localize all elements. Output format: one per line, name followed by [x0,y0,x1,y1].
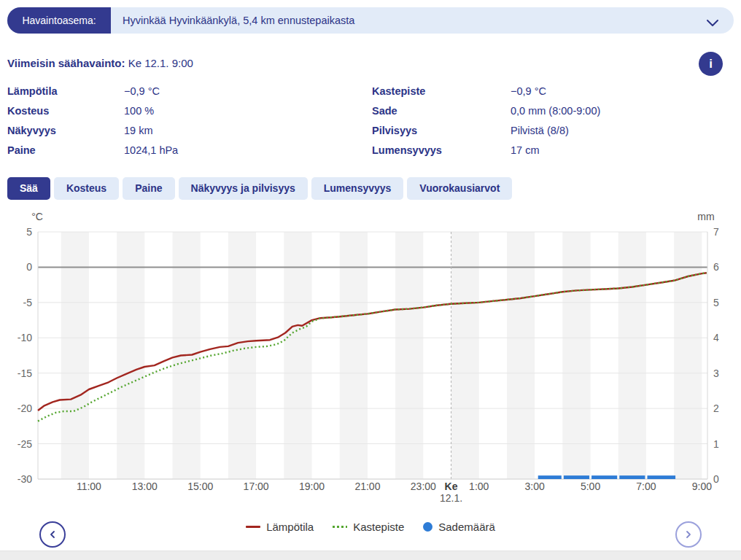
svg-text:5: 5 [26,226,32,238]
legend-item-precipitation[interactable]: Sademäärä [423,521,495,533]
legend-label: Sademäärä [438,521,495,533]
obs-label: Lämpötila [7,82,57,101]
table-row: Näkyvyys 19 km Pilvisyys Pilvistä (8/8) [7,121,734,141]
tab-paine[interactable]: Paine [123,177,174,200]
svg-text:0: 0 [26,261,32,273]
obs-label: Sade [372,101,397,121]
obs-value: Pilvistä (8/8) [511,121,569,141]
chevron-down-icon[interactable] [706,17,719,30]
svg-text:15:00: 15:00 [187,481,213,492]
tab-saa[interactable]: Sää [7,177,50,200]
table-row: Kosteus 100 % Sade 0,0 mm (8:00-9:00) [7,101,734,121]
legend-label: Kastepiste [353,521,404,533]
station-selector-value: Hyvinkää Hyvinkäänkylä, 5,4 km ennustepa… [123,7,354,34]
station-selector-label: Havaintoasema: [7,7,111,34]
svg-text:7: 7 [713,226,719,238]
svg-text:4: 4 [713,332,719,343]
observation-table: Lämpötila −0,9 °C Kastepiste −0,9 °C Kos… [7,82,734,160]
svg-text:1: 1 [713,438,719,450]
latest-observation-time: Ke 12.1. 9:00 [128,57,193,69]
svg-text:5: 5 [713,297,719,308]
weather-chart-svg: °Cmm50-5-10-15-20-25-307654321011:0013:0… [0,209,741,516]
svg-text:6: 6 [713,261,719,273]
page-footer-strip [0,551,741,560]
svg-text:21:00: 21:00 [354,481,380,492]
svg-text:7:00: 7:00 [636,481,656,492]
table-row: Lämpötila −0,9 °C Kastepiste −0,9 °C [7,82,734,101]
svg-text:-20: -20 [18,402,32,414]
obs-label: Kosteus [7,101,49,121]
obs-label: Lumensyvyys [372,141,442,160]
obs-label: Paine [7,141,36,160]
svg-text:Ke: Ke [445,481,458,492]
table-row: Paine 1024,1 hPa Lumensyvyys 17 cm [7,141,734,160]
tab-vuorokausiarvot[interactable]: Vuorokausiarvot [407,177,512,200]
tab-nakyvyys-ja-pilvisyys[interactable]: Näkyvyys ja pilvisyys [179,177,308,200]
tab-lumensyvyys[interactable]: Lumensyvyys [311,177,404,200]
svg-text:0: 0 [713,473,719,485]
prev-period-button[interactable] [39,521,66,548]
obs-value: −0,9 °C [124,82,160,101]
svg-text:5:00: 5:00 [581,481,600,492]
next-period-button[interactable] [675,521,702,548]
svg-text:9:00: 9:00 [692,481,712,492]
obs-value: 1024,1 hPa [124,141,178,160]
legend-item-temperature[interactable]: Lämpötila [246,521,314,533]
legend-label: Lämpötila [266,521,314,533]
svg-text:13:00: 13:00 [132,481,158,492]
obs-value: 100 % [124,101,154,121]
dewpoint-dotted-swatch [333,526,347,528]
svg-text:-25: -25 [18,438,32,450]
chart-legend: Lämpötila Kastepiste Sademäärä [0,521,741,533]
svg-text:°C: °C [31,211,43,222]
svg-text:17:00: 17:00 [244,481,269,492]
svg-text:-15: -15 [18,368,32,379]
tab-kosteus[interactable]: Kosteus [54,177,119,200]
svg-text:19:00: 19:00 [299,481,325,492]
svg-text:23:00: 23:00 [411,481,436,492]
weather-chart: °Cmm50-5-10-15-20-25-307654321011:0013:0… [0,209,741,516]
svg-text:mm: mm [697,211,714,222]
obs-value: −0,9 °C [511,82,546,101]
temperature-line-swatch [246,526,260,528]
legend-item-dewpoint[interactable]: Kastepiste [333,521,404,533]
latest-observation-label: Viimeisin säähavainto: [7,57,125,69]
obs-value: 0,0 mm (8:00-9:00) [511,101,600,121]
precipitation-dot-swatch [423,522,432,532]
svg-text:-30: -30 [18,473,32,485]
chevron-left-icon [48,529,57,540]
svg-text:11:00: 11:00 [77,481,101,492]
svg-text:-10: -10 [18,332,32,343]
station-selector[interactable]: Havaintoasema: Hyvinkää Hyvinkäänkylä, 5… [7,7,734,34]
obs-value: 19 km [124,121,153,141]
weather-observation-page: Havaintoasema: Hyvinkää Hyvinkäänkylä, 5… [0,0,741,560]
chevron-right-icon [684,529,693,540]
svg-text:1:00: 1:00 [469,481,489,492]
svg-text:3: 3 [713,368,719,379]
svg-text:3:00: 3:00 [525,481,545,492]
svg-text:2: 2 [713,402,719,414]
info-button[interactable]: i [699,52,723,76]
svg-text:-5: -5 [23,297,33,308]
latest-observation: Viimeisin säähavainto: Ke 12.1. 9:00 [7,57,193,69]
obs-label: Kastepiste [372,82,425,101]
obs-label: Pilvisyys [372,121,417,141]
svg-text:12.1.: 12.1. [440,492,462,504]
obs-label: Näkyvyys [7,121,56,141]
chart-tabs: Sää Kosteus Paine Näkyvyys ja pilvisyys … [7,177,512,200]
obs-value: 17 cm [511,141,540,160]
